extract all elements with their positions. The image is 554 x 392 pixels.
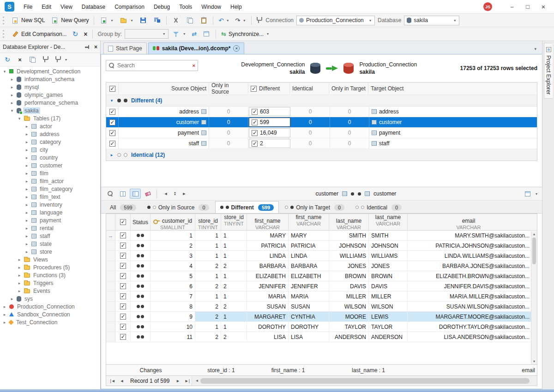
- cell-store-id-source[interactable]: 1: [195, 251, 221, 261]
- tree-item[interactable]: address: [0, 130, 100, 138]
- cell-customer-id[interactable]: 8: [151, 302, 195, 311]
- account-badge[interactable]: JS: [483, 2, 492, 11]
- cell-last-name-target[interactable]: WILLIAMS: [369, 251, 408, 261]
- row-checkbox[interactable]: [120, 293, 126, 299]
- tree-item[interactable]: rental: [0, 224, 100, 232]
- cell-store-id-source[interactable]: 2: [195, 261, 221, 271]
- cell-customer-id[interactable]: 11: [151, 332, 195, 342]
- grid-options-button[interactable]: [522, 189, 533, 199]
- tree-item[interactable]: film_text: [0, 193, 100, 201]
- expand-icon[interactable]: [109, 153, 114, 157]
- cell-store-id-target[interactable]: 2: [221, 332, 247, 342]
- undo-button[interactable]: ↶: [216, 16, 232, 25]
- edit-comparison-button[interactable]: Edit Comparison...: [8, 29, 69, 39]
- sync-checkbox[interactable]: [252, 119, 258, 125]
- vertical-scrollbar[interactable]: [531, 231, 537, 364]
- column-header-different[interactable]: Different: [248, 83, 290, 95]
- cell-first-name-target[interactable]: CYNTHIA: [289, 312, 329, 321]
- disconnect-button[interactable]: ×: [14, 54, 25, 65]
- swap-source-target-button[interactable]: ⇄: [189, 29, 199, 39]
- cell-email[interactable]: MARY.SMITH@sakilacuston...: [408, 231, 537, 240]
- save-all-button[interactable]: [151, 15, 163, 26]
- cell-last-name-source[interactable]: ANDERSON: [329, 332, 369, 342]
- data-row[interactable]: 2 1 1 PATRICIA PATRICIA JOHNSON JOHNSON …: [106, 241, 537, 251]
- cell-email[interactable]: JENNIFER.DAVIS@sakilacuston...: [408, 281, 537, 291]
- cell-first-name-source[interactable]: JENNIFER: [247, 281, 289, 291]
- expander-icon[interactable]: [24, 132, 30, 137]
- cell-store-id-source[interactable]: 2: [195, 281, 221, 291]
- cell-last-name-source[interactable]: TAYLOR: [329, 322, 369, 332]
- tab-list-dropdown-icon[interactable]: [531, 44, 539, 54]
- cell-last-name-source[interactable]: SMITH: [329, 231, 369, 240]
- expander-icon[interactable]: [24, 218, 30, 223]
- expander-icon[interactable]: [17, 289, 22, 293]
- scroll-up-icon[interactable]: [531, 231, 537, 237]
- up-down-change-buttons[interactable]: [173, 191, 177, 196]
- column-header-last-name-target[interactable]: last_name VARCHAR: [369, 214, 408, 230]
- expander-icon[interactable]: [2, 312, 7, 317]
- cell-store-id-source[interactable]: 2: [195, 312, 221, 321]
- search-input[interactable]: [117, 62, 190, 69]
- cell-email[interactable]: LINDA.WILLIAMS@sakilacuston...: [408, 251, 537, 261]
- tree-item[interactable]: category: [0, 138, 100, 146]
- expander-icon[interactable]: [24, 187, 30, 191]
- stop-button[interactable]: ×: [81, 29, 90, 39]
- expander-icon[interactable]: [24, 148, 30, 152]
- column-header-last-name-source[interactable]: last_name VARCHAR: [329, 214, 369, 230]
- data-row[interactable]: 8 2 2 SUSAN SUSAN WILSON WILSON SUSAN.WI…: [106, 302, 537, 312]
- chevron-down-icon[interactable]: [110, 18, 114, 23]
- row-checkbox[interactable]: [109, 141, 115, 147]
- horizontal-scrollbar[interactable]: [192, 376, 537, 386]
- column-header-first-name-source[interactable]: first_name VARCHAR: [247, 214, 289, 230]
- new-connection-button[interactable]: [39, 54, 50, 65]
- chevron-down-icon[interactable]: [64, 58, 68, 62]
- expander-icon[interactable]: [17, 265, 22, 270]
- row-checkbox[interactable]: [120, 314, 126, 320]
- cell-email[interactable]: ELIZABETH.BROWN@sakilacuston...: [408, 271, 537, 281]
- cell-store-id-source[interactable]: 2: [195, 332, 221, 342]
- expander-icon[interactable]: [17, 281, 22, 285]
- comparison-row[interactable]: customer 0 599 0 0: [106, 117, 537, 128]
- column-header-first-name-target[interactable]: first_name VARCHAR: [289, 214, 329, 230]
- data-row[interactable]: 3 1 1 LINDA LINDA WILLIAMS WILLIAMS LIND…: [106, 251, 537, 261]
- previous-change-button[interactable]: ◄: [160, 189, 171, 199]
- cell-customer-id[interactable]: 2: [151, 241, 195, 250]
- sync-checkbox[interactable]: [252, 109, 258, 115]
- cell-store-id-target[interactable]: 1: [221, 271, 247, 281]
- toolbar-grip[interactable]: [3, 17, 5, 24]
- minimize-button[interactable]: [504, 1, 520, 12]
- search-box[interactable]: [106, 60, 198, 71]
- column-header-store-id-source[interactable]: store_id TINYINT: [195, 214, 221, 230]
- cell-store-id-source[interactable]: 2: [195, 302, 221, 311]
- columns-button[interactable]: [117, 189, 128, 199]
- tree-item[interactable]: sys: [0, 295, 100, 303]
- result-filter-tab[interactable]: All 599: [105, 201, 141, 213]
- cell-last-name-target[interactable]: JONES: [369, 261, 408, 271]
- cell-last-name-target[interactable]: LEWIS: [369, 312, 408, 321]
- cell-store-id-target[interactable]: 1: [221, 322, 247, 332]
- chevron-down-icon[interactable]: [535, 192, 538, 196]
- cell-store-id-source[interactable]: 1: [195, 241, 221, 250]
- cell-last-name-target[interactable]: BROWN: [369, 271, 408, 281]
- cell-store-id-target[interactable]: 2: [221, 281, 247, 291]
- cell-first-name-target[interactable]: DOROTHY: [289, 322, 329, 332]
- new-query-button[interactable]: New Query: [48, 15, 91, 26]
- data-row[interactable]: 6 2 2 JENNIFER JENNIFER DAVIS DAVIS JENN…: [106, 281, 537, 291]
- cell-last-name-target[interactable]: ANDERSON: [369, 332, 408, 342]
- tree-item[interactable]: performance_schema: [0, 99, 100, 107]
- chevron-down-icon[interactable]: [130, 18, 133, 23]
- project-explorer-tab[interactable]: Project Explorer: [544, 43, 553, 99]
- cell-email[interactable]: DOROTHY.TAYLOR@sakilacuston...: [408, 322, 537, 332]
- tree-item[interactable]: film: [0, 169, 100, 177]
- last-record-button[interactable]: [182, 377, 192, 385]
- previous-record-button[interactable]: [117, 377, 126, 385]
- cell-first-name-target[interactable]: MARIA: [289, 291, 329, 301]
- maximize-button[interactable]: [520, 1, 536, 12]
- data-row[interactable]: 11 2 2 LISA LISA ANDERSON ANDERSON LISA.…: [106, 332, 537, 342]
- different-count-cell[interactable]: 599: [249, 118, 290, 127]
- connection-select[interactable]: Production_Connection: [296, 16, 375, 25]
- tree-item[interactable]: staff: [0, 232, 100, 240]
- next-record-button[interactable]: [173, 377, 182, 385]
- copy-button[interactable]: [183, 15, 196, 26]
- tree-item[interactable]: film_category: [0, 185, 100, 193]
